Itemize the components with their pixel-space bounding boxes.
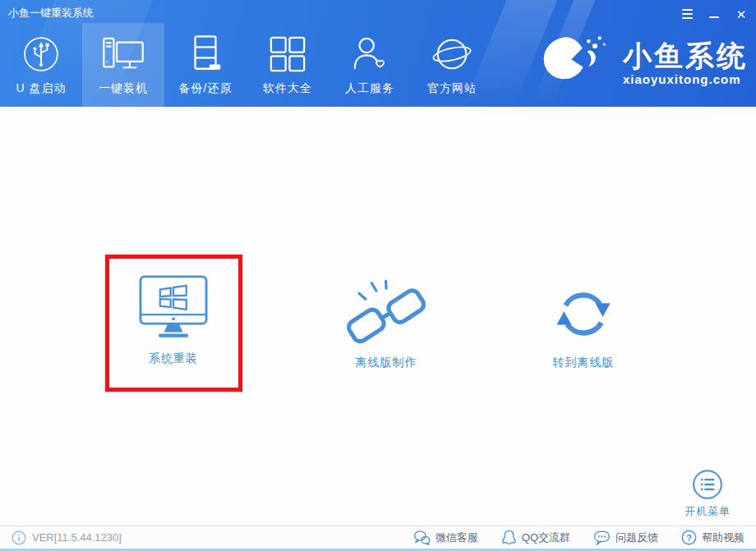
version-text: VER[11.5.44.1230] — [32, 531, 122, 544]
usb-icon — [22, 35, 60, 73]
nav-item-label: U 盘启动 — [16, 81, 67, 96]
feature-system-reinstall[interactable]: 系统重装 — [107, 273, 240, 366]
sync-arrows-icon — [550, 277, 617, 346]
logo-domain: xiaoyuxitong.com — [623, 72, 741, 86]
version-info: VER[11.5.44.1230] — [12, 530, 122, 545]
status-links: 微信客服 QQ交流群 问题反馈 — [413, 530, 744, 545]
qq-icon — [501, 530, 517, 545]
broken-link-icon — [341, 277, 431, 346]
brand-logo: 小鱼系统 xiaoyuxitong.com — [532, 28, 748, 99]
logo-text: 小鱼系统 xiaoyuxitong.com — [623, 40, 748, 87]
nav-item-label: 一键装机 — [99, 81, 148, 96]
link-qq-group[interactable]: QQ交流群 — [501, 530, 570, 545]
window-title: 小鱼一键重装系统 — [8, 6, 94, 21]
link-feedback[interactable]: 问题反馈 — [593, 530, 658, 545]
monitor-windows-icon — [134, 273, 213, 342]
boot-menu-button[interactable]: 开机菜单 — [672, 468, 743, 519]
feature-offline-version-create[interactable]: 离线版制作 — [320, 277, 453, 370]
nav-item-support[interactable]: 人工服务 — [329, 23, 411, 107]
info-icon — [12, 530, 26, 545]
minimize-icon[interactable] — [708, 7, 721, 21]
status-link-label: 微信客服 — [436, 530, 478, 545]
boot-menu-label: 开机菜单 — [685, 504, 731, 519]
feature-goto-offline-version[interactable]: 转到离线版 — [517, 277, 650, 370]
feature-label: 系统重装 — [149, 351, 198, 366]
status-link-label: 问题反馈 — [615, 530, 658, 545]
window-controls: ✕ — [680, 7, 748, 21]
nav-item-label: 软件大全 — [263, 81, 312, 96]
menu-icon[interactable] — [680, 7, 694, 21]
nav-item-label: 官方网站 — [427, 81, 477, 96]
link-help-video[interactable]: ? 帮助视频 — [681, 530, 744, 545]
status-link-label: QQ交流群 — [522, 530, 570, 545]
status-link-label: 帮助视频 — [702, 530, 744, 545]
nav-item-backup-restore[interactable]: 备份/还原 — [164, 23, 247, 107]
apps-grid-icon — [269, 35, 307, 73]
boot-menu-list-icon — [691, 468, 724, 501]
link-wechat-support[interactable]: 微信客服 — [413, 530, 478, 545]
nav-item-website[interactable]: 官方网站 — [411, 23, 493, 107]
feedback-bubble-icon — [593, 530, 611, 545]
titlebar: 小鱼一键重装系统 ✕ — [0, 0, 756, 23]
menu-glyph — [682, 9, 693, 20]
nav-item-label: 备份/还原 — [179, 81, 233, 96]
svg-text:?: ? — [686, 533, 692, 543]
statusbar: VER[11.5.44.1230] 微信客服 QQ交流群 — [0, 526, 756, 551]
main-content: 系统重装 离线版制作 — [0, 107, 756, 526]
help-question-icon: ? — [681, 530, 697, 545]
globe-icon — [431, 35, 472, 73]
close-icon[interactable]: ✕ — [735, 7, 748, 21]
support-person-icon — [351, 35, 389, 73]
nav-item-software[interactable]: 软件大全 — [247, 23, 329, 107]
main-nav: U 盘启动 一键装机 — [0, 23, 493, 107]
backup-server-icon — [188, 35, 223, 73]
wechat-icon — [413, 530, 431, 545]
feature-label: 离线版制作 — [356, 356, 417, 370]
nav-item-one-click-install[interactable]: 一键装机 — [82, 23, 164, 107]
app-window: 小鱼一键重装系统 ✕ — [0, 0, 756, 551]
fish-logo-icon — [532, 28, 621, 99]
nav-item-usb-boot[interactable]: U 盘启动 — [0, 23, 82, 107]
header: 小鱼一键重装系统 ✕ — [0, 0, 756, 107]
nav-item-label: 人工服务 — [345, 81, 394, 96]
minimize-glyph — [709, 16, 719, 19]
feature-label: 转到离线版 — [553, 356, 615, 370]
computer-icon — [102, 35, 145, 73]
close-glyph: ✕ — [736, 8, 747, 21]
logo-name: 小鱼系统 — [623, 40, 748, 72]
